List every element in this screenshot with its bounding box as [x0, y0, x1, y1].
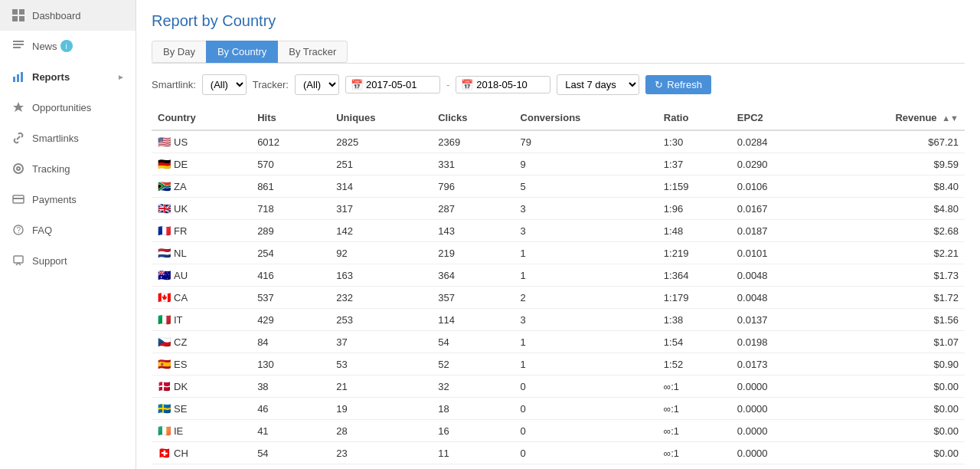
cell-epc2: 0.0000	[731, 398, 815, 420]
cell-epc2: 0.0284	[731, 130, 815, 153]
news-icon	[11, 38, 26, 54]
calendar-icon: 📅	[351, 79, 363, 90]
sidebar-item-faq[interactable]: ? FAQ	[0, 215, 136, 245]
cell-uniques: 314	[330, 175, 432, 198]
sidebar-item-reports[interactable]: Reports ►	[0, 61, 136, 92]
tab-by-day[interactable]: By Day	[152, 41, 207, 63]
cell-conversions: 0	[514, 442, 658, 464]
refresh-icon: ↻	[655, 79, 663, 90]
flag-icon: 🇿🇦	[158, 180, 171, 192]
date-separator: -	[446, 79, 449, 90]
svg-rect-1	[19, 9, 24, 15]
svg-rect-5	[13, 44, 24, 45]
cell-revenue: $0.00	[815, 442, 965, 464]
report-tabs: By Day By Country By Tracker	[152, 41, 965, 64]
cell-uniques: 142	[330, 220, 432, 242]
cell-country: 🇨🇦 CA	[152, 287, 251, 309]
country-code: CH	[174, 448, 188, 459]
table-row: 🇪🇸 ES 130 53 52 1 1:52 0.0173 $0.90	[152, 353, 965, 376]
cell-ratio: 1:38	[658, 309, 731, 331]
svg-rect-3	[19, 16, 24, 21]
cell-uniques: 16	[330, 464, 432, 470]
cell-revenue: $2.68	[815, 220, 965, 242]
sidebar-item-news[interactable]: News i	[0, 31, 136, 61]
cell-clicks: 357	[432, 287, 514, 309]
cell-conversions: 3	[514, 220, 658, 242]
cell-conversions: 0	[514, 376, 658, 398]
sidebar-item-tracking[interactable]: Tracking	[0, 153, 136, 184]
flag-icon: 🇫🇷	[158, 225, 171, 237]
sidebar-item-dashboard[interactable]: Dashboard	[0, 0, 136, 31]
tracker-label: Tracker:	[253, 79, 289, 90]
cell-country: 🇮🇹 IT	[152, 309, 251, 331]
cell-epc2: 0.0048	[731, 264, 815, 287]
col-conversions: Conversions	[514, 106, 658, 130]
sidebar-item-support[interactable]: Support	[0, 245, 136, 276]
cell-hits: 54	[251, 442, 330, 464]
cell-revenue: $67.21	[815, 130, 965, 153]
country-code: US	[174, 136, 188, 148]
date-to-input[interactable]	[476, 79, 545, 90]
svg-point-11	[14, 164, 23, 173]
col-clicks: Clicks	[432, 106, 514, 130]
tab-by-tracker[interactable]: By Tracker	[277, 41, 348, 63]
cell-clicks: 2369	[432, 130, 514, 153]
cell-revenue: $1.73	[815, 264, 965, 287]
cell-revenue: $1.07	[815, 331, 965, 353]
cell-ratio: 1:96	[658, 198, 731, 220]
cell-ratio: ∞:1	[658, 464, 731, 470]
country-code: DK	[174, 381, 188, 392]
flag-icon: 🇪🇸	[158, 358, 171, 370]
cell-uniques: 317	[330, 198, 432, 220]
cell-conversions: 0	[514, 464, 658, 470]
country-code: AU	[174, 270, 188, 281]
sidebar-item-label: News	[32, 41, 57, 52]
cell-revenue: $2.21	[815, 242, 965, 264]
cell-uniques: 232	[330, 287, 432, 309]
cell-revenue: $4.80	[815, 198, 965, 220]
country-code: ES	[174, 359, 187, 370]
sidebar-item-payments[interactable]: Payments	[0, 184, 136, 215]
refresh-button[interactable]: ↻ Refresh	[645, 75, 711, 94]
cell-clicks: 331	[432, 153, 514, 175]
svg-marker-10	[13, 102, 24, 112]
sort-icon[interactable]: ▲▼	[942, 113, 959, 123]
cell-hits: 289	[251, 220, 330, 242]
col-hits: Hits	[251, 106, 330, 130]
table-row: 🇨🇭 CH 54 23 11 0 ∞:1 0.0000 $0.00	[152, 442, 965, 464]
cell-epc2: 0.0000	[731, 442, 815, 464]
tab-by-country[interactable]: By Country	[206, 41, 278, 63]
col-epc2: EPC2	[731, 106, 815, 130]
tracker-select[interactable]: (All)	[295, 74, 339, 95]
cell-revenue: $0.00	[815, 420, 965, 442]
cell-clicks: 114	[432, 309, 514, 331]
cell-ratio: ∞:1	[658, 376, 731, 398]
cell-revenue: $0.00	[815, 376, 965, 398]
table-row: 🇮🇪 IE 41 28 16 0 ∞:1 0.0000 $0.00	[152, 420, 965, 442]
cell-ratio: 1:219	[658, 242, 731, 264]
news-badge: i	[60, 40, 73, 52]
sidebar-item-smartlinks[interactable]: Smartlinks	[0, 123, 136, 153]
date-from-input[interactable]	[366, 79, 435, 90]
flag-icon: 🇩🇪	[158, 158, 171, 170]
country-code: CA	[174, 292, 188, 303]
cell-country: 🇬🇧 UK	[152, 198, 251, 220]
cell-epc2: 0.0198	[731, 331, 815, 353]
col-uniques: Uniques	[330, 106, 432, 130]
sidebar-item-opportunities[interactable]: Opportunities	[0, 92, 136, 123]
last-days-select[interactable]: Last 7 days Last 30 days Last 90 days Cu…	[557, 74, 639, 95]
cell-clicks: 7	[432, 464, 514, 470]
cell-uniques: 53	[330, 353, 432, 376]
cell-country: 🇫🇷 FR	[152, 220, 251, 242]
cell-clicks: 32	[432, 376, 514, 398]
cell-ratio: 1:48	[658, 220, 731, 242]
cell-conversions: 5	[514, 175, 658, 198]
sidebar-item-label: Reports	[32, 71, 70, 83]
cell-conversions: 1	[514, 242, 658, 264]
cell-hits: 38	[251, 376, 330, 398]
smartlink-select[interactable]: (All)	[202, 74, 247, 95]
grid-icon	[11, 8, 26, 23]
cell-country: 🇮🇪 IE	[152, 420, 251, 442]
cell-clicks: 11	[432, 442, 514, 464]
table-row: 🇩🇰 DK 38 21 32 0 ∞:1 0.0000 $0.00	[152, 376, 965, 398]
